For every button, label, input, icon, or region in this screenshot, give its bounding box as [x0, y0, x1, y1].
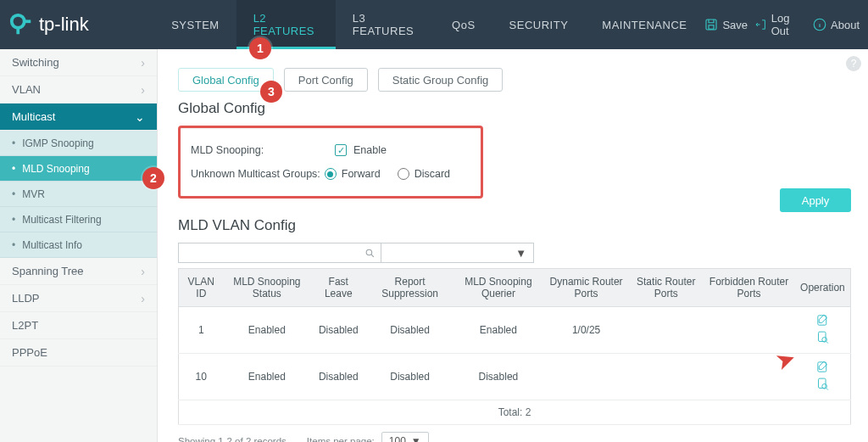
top-navbar: tp-link SYSTEM L2 FEATURES L3 FEATURES Q…: [0, 0, 868, 49]
edit-icon: [815, 313, 830, 327]
help-icon[interactable]: ?: [846, 56, 861, 71]
showing-records-label: Showing 1-2 of 2 records: [178, 436, 287, 442]
svg-point-0: [12, 15, 25, 28]
tab-port-config[interactable]: Port Config: [284, 68, 368, 92]
items-per-page-label: Items per page:: [307, 436, 375, 442]
search-icon: [364, 248, 376, 259]
main-content: ? Global Config Port Config Static Group…: [158, 49, 868, 442]
about-button[interactable]: About: [812, 17, 860, 32]
svg-rect-4: [709, 25, 714, 30]
unknown-groups-label: Unknown Multicast Groups:: [191, 168, 325, 180]
sidebar-item-l2pt[interactable]: L2PT: [0, 312, 157, 339]
view-row-button[interactable]: [815, 377, 830, 391]
chevron-right-icon: ›: [141, 265, 145, 278]
sidebar-item-vlan[interactable]: VLAN›: [0, 76, 157, 104]
radio-icon: [398, 168, 409, 180]
section-title-global-config: Global Config: [178, 100, 851, 117]
sidebar-sub-igmp-snooping[interactable]: IGMP Snooping: [0, 131, 157, 156]
chevron-down-icon: ⌄: [135, 110, 145, 124]
nav-maintenance[interactable]: MAINTENANCE: [585, 0, 704, 49]
col-operation: Operation: [795, 269, 851, 307]
chevron-right-icon: ›: [141, 56, 145, 70]
edit-row-button[interactable]: [815, 313, 830, 327]
save-icon: [704, 17, 719, 32]
vlan-config-table: VLAN ID MLD Snooping Status Fast Leave R…: [178, 268, 851, 425]
radio-icon: [325, 168, 337, 180]
col-mld-status: MLD Snooping Status: [224, 269, 311, 307]
logout-button[interactable]: Log Out: [754, 12, 805, 37]
sidebar-sub-mvr[interactable]: MVR: [0, 182, 157, 207]
nav-qos[interactable]: QoS: [435, 0, 492, 49]
edit-row-button[interactable]: [815, 360, 830, 374]
info-icon: [812, 17, 827, 32]
sidebar-sub-multicast-filtering[interactable]: Multicast Filtering: [0, 207, 157, 232]
brand-logo: tp-link: [8, 12, 154, 37]
sidebar-sub-mld-snooping[interactable]: MLD Snooping: [0, 156, 157, 182]
top-actions: Save Log Out About: [704, 12, 863, 37]
apply-button[interactable]: Apply: [780, 188, 851, 212]
nav-system[interactable]: SYSTEM: [154, 0, 236, 49]
table-search-input[interactable]: [178, 243, 381, 263]
top-navigation: SYSTEM L2 FEATURES L3 FEATURES QoS SECUR…: [154, 0, 704, 49]
edit-icon: [815, 360, 830, 374]
sidebar-item-pppoe[interactable]: PPPoE: [0, 339, 157, 366]
brand-text: tp-link: [39, 14, 89, 36]
sidebar-item-lldp[interactable]: LLDP›: [0, 285, 157, 312]
svg-rect-2: [23, 20, 31, 23]
sidebar-item-multicast[interactable]: Multicast⌄: [0, 104, 157, 131]
annotation-badge-3: 3: [260, 81, 282, 103]
tplink-logo-icon: [8, 12, 34, 37]
table-total-row: Total: 2: [179, 400, 851, 425]
nav-l3-features[interactable]: L3 FEATURES: [336, 0, 435, 49]
search-doc-icon: [815, 377, 830, 391]
svg-rect-3: [706, 20, 716, 30]
section-title-vlan-config: MLD VLAN Config: [178, 217, 851, 234]
col-querier: MLD Snooping Querier: [453, 269, 543, 307]
col-forbidden-ports: Forbidden Router Ports: [703, 269, 795, 307]
col-vlan-id: VLAN ID: [179, 269, 224, 307]
table-header-row: VLAN ID MLD Snooping Status Fast Leave R…: [179, 269, 851, 307]
items-per-page-select[interactable]: 100▼: [381, 432, 429, 442]
logout-icon: [754, 17, 768, 32]
table-filter-select[interactable]: ▼: [381, 243, 534, 263]
svg-point-6: [366, 249, 372, 255]
chevron-right-icon: ›: [141, 83, 145, 97]
col-dyn-ports: Dynamic Router Ports: [543, 269, 629, 307]
search-doc-icon: [815, 330, 830, 344]
mld-snooping-checkbox[interactable]: ✓: [335, 144, 347, 156]
sidebar: Switching› VLAN› Multicast⌄ IGMP Snoopin…: [0, 49, 158, 442]
svg-rect-1: [16, 26, 19, 34]
table-row: 10 Enabled Disabled Disabled Disabled: [179, 354, 851, 400]
annotation-badge-1: 1: [249, 37, 271, 59]
col-fast-leave: Fast Leave: [310, 269, 366, 307]
radio-discard[interactable]: Discard: [398, 168, 450, 180]
sidebar-item-switching[interactable]: Switching›: [0, 49, 157, 76]
mld-snooping-option-text: Enable: [353, 144, 387, 156]
save-button[interactable]: Save: [704, 17, 748, 32]
global-config-panel: MLD Snooping: ✓ Enable Unknown Multicast…: [178, 126, 483, 199]
annotation-badge-2: 2: [142, 167, 164, 189]
col-report-supp: Report Suppression: [366, 269, 453, 307]
col-static-ports: Static Router Ports: [629, 269, 703, 307]
view-row-button[interactable]: [815, 330, 830, 344]
nav-security[interactable]: SECURITY: [492, 0, 586, 49]
radio-forward[interactable]: Forward: [325, 168, 381, 180]
mld-snooping-label: MLD Snooping:: [191, 144, 335, 156]
table-row: 1 Enabled Disabled Disabled Enabled 1/0/…: [179, 307, 851, 354]
tab-global-config[interactable]: Global Config: [178, 68, 274, 92]
sidebar-item-spanning-tree[interactable]: Spanning Tree›: [0, 258, 157, 285]
sidebar-sub-multicast-info[interactable]: Multicast Info: [0, 232, 157, 258]
tab-static-group-config[interactable]: Static Group Config: [378, 68, 503, 92]
chevron-right-icon: ›: [141, 292, 145, 305]
